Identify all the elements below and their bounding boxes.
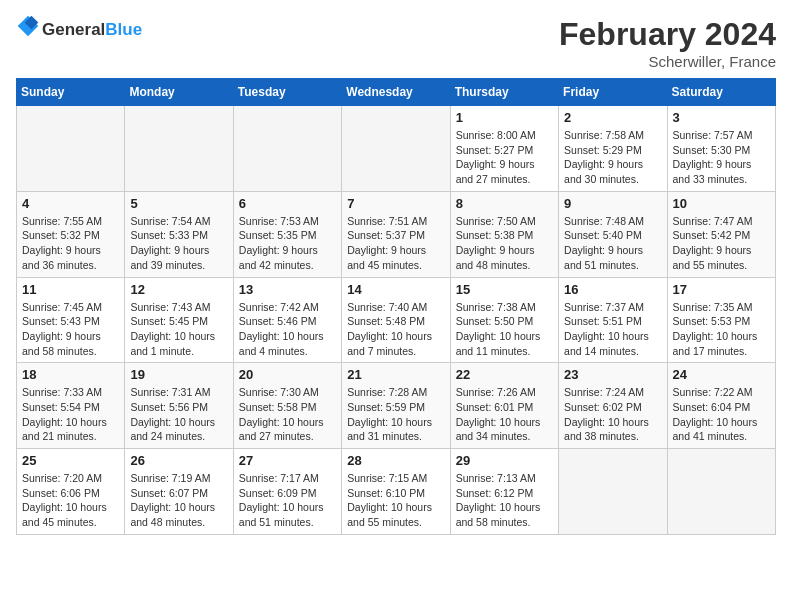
calendar-week-2: 4Sunrise: 7:55 AM Sunset: 5:32 PM Daylig… [17,191,776,277]
day-header-saturday: Saturday [667,79,775,106]
calendar-week-3: 11Sunrise: 7:45 AM Sunset: 5:43 PM Dayli… [17,277,776,363]
calendar-cell: 2Sunrise: 7:58 AM Sunset: 5:29 PM Daylig… [559,106,667,192]
day-header-monday: Monday [125,79,233,106]
day-number: 20 [239,367,336,382]
calendar-cell: 8Sunrise: 7:50 AM Sunset: 5:38 PM Daylig… [450,191,558,277]
logo-text-blue: Blue [105,20,142,39]
day-number: 28 [347,453,444,468]
day-number: 22 [456,367,553,382]
calendar-cell: 15Sunrise: 7:38 AM Sunset: 5:50 PM Dayli… [450,277,558,363]
day-number: 18 [22,367,119,382]
logo-icon [16,14,40,38]
day-number: 1 [456,110,553,125]
calendar-cell: 18Sunrise: 7:33 AM Sunset: 5:54 PM Dayli… [17,363,125,449]
month-title: February 2024 [559,16,776,53]
day-info: Sunrise: 7:20 AM Sunset: 6:06 PM Dayligh… [22,471,119,530]
calendar-week-4: 18Sunrise: 7:33 AM Sunset: 5:54 PM Dayli… [17,363,776,449]
calendar-cell [125,106,233,192]
day-info: Sunrise: 7:33 AM Sunset: 5:54 PM Dayligh… [22,385,119,444]
calendar-cell: 13Sunrise: 7:42 AM Sunset: 5:46 PM Dayli… [233,277,341,363]
calendar-cell: 20Sunrise: 7:30 AM Sunset: 5:58 PM Dayli… [233,363,341,449]
day-info: Sunrise: 7:15 AM Sunset: 6:10 PM Dayligh… [347,471,444,530]
calendar-cell [667,449,775,535]
logo-text-general: General [42,20,105,39]
day-info: Sunrise: 7:50 AM Sunset: 5:38 PM Dayligh… [456,214,553,273]
title-block: February 2024 Scherwiller, France [559,16,776,70]
day-info: Sunrise: 7:48 AM Sunset: 5:40 PM Dayligh… [564,214,661,273]
day-info: Sunrise: 7:38 AM Sunset: 5:50 PM Dayligh… [456,300,553,359]
logo: GeneralBlue [16,16,142,44]
calendar-cell: 26Sunrise: 7:19 AM Sunset: 6:07 PM Dayli… [125,449,233,535]
calendar-cell: 16Sunrise: 7:37 AM Sunset: 5:51 PM Dayli… [559,277,667,363]
day-number: 3 [673,110,770,125]
day-number: 5 [130,196,227,211]
day-number: 21 [347,367,444,382]
calendar-cell: 12Sunrise: 7:43 AM Sunset: 5:45 PM Dayli… [125,277,233,363]
day-number: 7 [347,196,444,211]
day-number: 17 [673,282,770,297]
day-number: 29 [456,453,553,468]
day-number: 24 [673,367,770,382]
day-number: 9 [564,196,661,211]
calendar-cell [342,106,450,192]
day-number: 25 [22,453,119,468]
day-header-tuesday: Tuesday [233,79,341,106]
day-number: 26 [130,453,227,468]
page-header: GeneralBlue February 2024 Scherwiller, F… [16,16,776,70]
day-info: Sunrise: 7:19 AM Sunset: 6:07 PM Dayligh… [130,471,227,530]
day-info: Sunrise: 7:30 AM Sunset: 5:58 PM Dayligh… [239,385,336,444]
calendar-cell: 14Sunrise: 7:40 AM Sunset: 5:48 PM Dayli… [342,277,450,363]
day-info: Sunrise: 7:58 AM Sunset: 5:29 PM Dayligh… [564,128,661,187]
day-info: Sunrise: 7:35 AM Sunset: 5:53 PM Dayligh… [673,300,770,359]
day-number: 8 [456,196,553,211]
calendar-week-5: 25Sunrise: 7:20 AM Sunset: 6:06 PM Dayli… [17,449,776,535]
calendar-cell: 22Sunrise: 7:26 AM Sunset: 6:01 PM Dayli… [450,363,558,449]
day-info: Sunrise: 7:55 AM Sunset: 5:32 PM Dayligh… [22,214,119,273]
day-number: 12 [130,282,227,297]
day-info: Sunrise: 7:57 AM Sunset: 5:30 PM Dayligh… [673,128,770,187]
day-number: 6 [239,196,336,211]
day-info: Sunrise: 7:22 AM Sunset: 6:04 PM Dayligh… [673,385,770,444]
day-info: Sunrise: 7:40 AM Sunset: 5:48 PM Dayligh… [347,300,444,359]
day-number: 13 [239,282,336,297]
day-info: Sunrise: 7:24 AM Sunset: 6:02 PM Dayligh… [564,385,661,444]
calendar-cell: 6Sunrise: 7:53 AM Sunset: 5:35 PM Daylig… [233,191,341,277]
day-info: Sunrise: 7:53 AM Sunset: 5:35 PM Dayligh… [239,214,336,273]
location: Scherwiller, France [559,53,776,70]
day-number: 27 [239,453,336,468]
day-info: Sunrise: 7:43 AM Sunset: 5:45 PM Dayligh… [130,300,227,359]
calendar-cell: 21Sunrise: 7:28 AM Sunset: 5:59 PM Dayli… [342,363,450,449]
calendar-cell [559,449,667,535]
calendar-cell: 9Sunrise: 7:48 AM Sunset: 5:40 PM Daylig… [559,191,667,277]
day-info: Sunrise: 8:00 AM Sunset: 5:27 PM Dayligh… [456,128,553,187]
calendar-cell: 7Sunrise: 7:51 AM Sunset: 5:37 PM Daylig… [342,191,450,277]
day-number: 11 [22,282,119,297]
calendar-header-row: SundayMondayTuesdayWednesdayThursdayFrid… [17,79,776,106]
calendar-cell: 17Sunrise: 7:35 AM Sunset: 5:53 PM Dayli… [667,277,775,363]
day-number: 14 [347,282,444,297]
day-info: Sunrise: 7:37 AM Sunset: 5:51 PM Dayligh… [564,300,661,359]
day-info: Sunrise: 7:28 AM Sunset: 5:59 PM Dayligh… [347,385,444,444]
calendar-cell [233,106,341,192]
day-info: Sunrise: 7:13 AM Sunset: 6:12 PM Dayligh… [456,471,553,530]
calendar-cell: 1Sunrise: 8:00 AM Sunset: 5:27 PM Daylig… [450,106,558,192]
day-info: Sunrise: 7:45 AM Sunset: 5:43 PM Dayligh… [22,300,119,359]
calendar-cell: 25Sunrise: 7:20 AM Sunset: 6:06 PM Dayli… [17,449,125,535]
day-number: 16 [564,282,661,297]
day-info: Sunrise: 7:31 AM Sunset: 5:56 PM Dayligh… [130,385,227,444]
day-info: Sunrise: 7:51 AM Sunset: 5:37 PM Dayligh… [347,214,444,273]
calendar-cell: 28Sunrise: 7:15 AM Sunset: 6:10 PM Dayli… [342,449,450,535]
day-number: 10 [673,196,770,211]
day-header-thursday: Thursday [450,79,558,106]
day-number: 2 [564,110,661,125]
day-number: 23 [564,367,661,382]
day-info: Sunrise: 7:47 AM Sunset: 5:42 PM Dayligh… [673,214,770,273]
day-info: Sunrise: 7:42 AM Sunset: 5:46 PM Dayligh… [239,300,336,359]
calendar-week-1: 1Sunrise: 8:00 AM Sunset: 5:27 PM Daylig… [17,106,776,192]
calendar-cell: 23Sunrise: 7:24 AM Sunset: 6:02 PM Dayli… [559,363,667,449]
calendar-cell: 10Sunrise: 7:47 AM Sunset: 5:42 PM Dayli… [667,191,775,277]
day-header-wednesday: Wednesday [342,79,450,106]
calendar-cell: 29Sunrise: 7:13 AM Sunset: 6:12 PM Dayli… [450,449,558,535]
calendar-cell: 5Sunrise: 7:54 AM Sunset: 5:33 PM Daylig… [125,191,233,277]
day-info: Sunrise: 7:26 AM Sunset: 6:01 PM Dayligh… [456,385,553,444]
